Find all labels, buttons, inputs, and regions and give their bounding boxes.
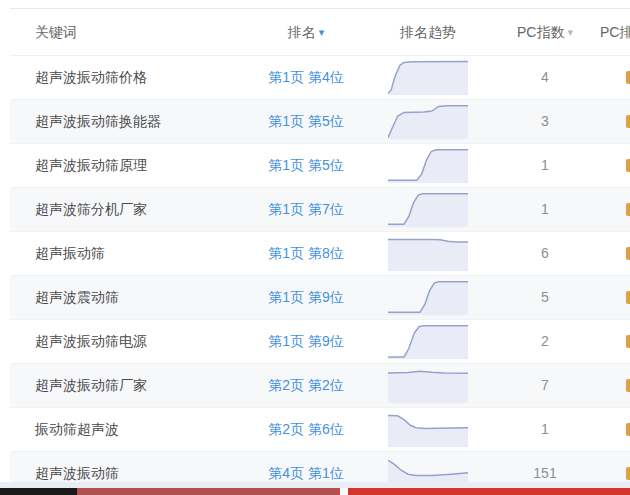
- pc-index-value: 6: [490, 232, 600, 275]
- column-header-trend-label: 排名趋势: [400, 24, 456, 40]
- trend-sparkline: [388, 280, 468, 315]
- pc-index-value: 3: [490, 100, 600, 143]
- action-badge-truncated[interactable]: [626, 203, 630, 216]
- table-row: 超声波振动筛价格 第1页 第4位 4: [10, 56, 630, 100]
- rank-link[interactable]: 第1页 第9位: [250, 320, 362, 363]
- column-header-pc-index[interactable]: PC指数▾: [490, 9, 600, 55]
- action-badge-truncated[interactable]: [626, 423, 630, 436]
- action-badge-truncated[interactable]: [626, 291, 630, 304]
- column-header-pc-rank-truncated: PC排: [600, 9, 630, 55]
- column-header-trend: 排名趋势: [388, 9, 468, 55]
- column-header-pc-index-label: PC指数: [517, 24, 564, 40]
- column-header-keyword: 关键词: [35, 9, 77, 55]
- rank-link[interactable]: 第2页 第2位: [250, 364, 362, 407]
- footer-bar-segment: [0, 488, 77, 495]
- table-row: 超声波振动筛原理 第1页 第5位 1: [10, 144, 630, 188]
- column-header-rank-label: 排名: [288, 24, 316, 40]
- pc-index-value: 1: [490, 408, 600, 451]
- table-row: 超声振动筛 第1页 第8位 6: [10, 232, 630, 276]
- keyword-cell: 超声波筛分机厂家: [35, 188, 147, 231]
- footer-bar-segment: [348, 488, 630, 495]
- table-row: 超声波振动筛电源 第1页 第9位 2: [10, 320, 630, 364]
- trend-sparkline: [388, 104, 468, 139]
- table-header-row: 关键词 排名▾ 排名趋势 PC指数▾ PC排: [10, 9, 630, 56]
- action-badge-truncated[interactable]: [626, 115, 630, 128]
- keyword-cell: 超声波振动筛厂家: [35, 364, 147, 407]
- pc-index-value: 5: [490, 276, 600, 319]
- pc-index-value: 2: [490, 320, 600, 363]
- table-row: 超声波震动筛 第1页 第9位 5: [10, 276, 630, 320]
- keyword-ranking-screen: 关键词 排名▾ 排名趋势 PC指数▾ PC排 超声波振动筛价格 第1页 第4位 …: [0, 0, 630, 495]
- table-row: 超声波筛分机厂家 第1页 第7位 1: [10, 188, 630, 232]
- sort-caret-down-icon[interactable]: ▾: [567, 26, 573, 38]
- action-badge-truncated[interactable]: [626, 467, 630, 480]
- trend-sparkline: [388, 148, 468, 183]
- footer-bar-segment: [77, 488, 340, 495]
- trend-sparkline: [388, 236, 468, 271]
- table-row: 超声波振动筛换能器 第1页 第5位 3: [10, 100, 630, 144]
- trend-sparkline: [388, 412, 468, 447]
- action-badge-truncated[interactable]: [626, 247, 630, 260]
- rank-link[interactable]: 第1页 第8位: [250, 232, 362, 275]
- keyword-cell: 超声波振动筛电源: [35, 320, 147, 363]
- pc-index-value: 7: [490, 364, 600, 407]
- rank-link[interactable]: 第1页 第5位: [250, 144, 362, 187]
- action-badge-truncated[interactable]: [626, 159, 630, 172]
- pc-index-value: 1: [490, 144, 600, 187]
- trend-sparkline: [388, 60, 468, 95]
- pc-index-value: 1: [490, 188, 600, 231]
- keyword-cell: 超声振动筛: [35, 232, 105, 275]
- rank-link[interactable]: 第1页 第7位: [250, 188, 362, 231]
- rank-link[interactable]: 第1页 第9位: [250, 276, 362, 319]
- keyword-cell: 超声波震动筛: [35, 276, 119, 319]
- action-badge-truncated[interactable]: [626, 335, 630, 348]
- trend-sparkline: [388, 368, 468, 403]
- table-row: 振动筛超声波 第2页 第6位 1: [10, 408, 630, 452]
- keyword-cell: 超声波振动筛换能器: [35, 100, 161, 143]
- column-header-rank[interactable]: 排名▾: [250, 9, 362, 55]
- table-body: 超声波振动筛价格 第1页 第4位 4 超声波振动筛换能器 第1页 第5位 3 超…: [10, 56, 630, 495]
- action-badge-truncated[interactable]: [626, 71, 630, 84]
- pc-index-value: 4: [490, 56, 600, 99]
- action-badge-truncated[interactable]: [626, 379, 630, 392]
- keyword-cell: 超声波振动筛价格: [35, 56, 147, 99]
- column-header-pc-rank-label: PC排: [600, 24, 630, 40]
- keyword-cell: 振动筛超声波: [35, 408, 119, 451]
- keyword-cell: 超声波振动筛原理: [35, 144, 147, 187]
- trend-sparkline: [388, 324, 468, 359]
- rank-link[interactable]: 第1页 第4位: [250, 56, 362, 99]
- rank-link[interactable]: 第2页 第6位: [250, 408, 362, 451]
- sort-caret-down-icon[interactable]: ▾: [319, 26, 325, 38]
- rank-link[interactable]: 第1页 第5位: [250, 100, 362, 143]
- trend-sparkline: [388, 192, 468, 227]
- column-header-keyword-label: 关键词: [35, 24, 77, 40]
- keyword-ranking-table: 关键词 排名▾ 排名趋势 PC指数▾ PC排 超声波振动筛价格 第1页 第4位 …: [10, 8, 630, 495]
- table-row: 超声波振动筛厂家 第2页 第2位 7: [10, 364, 630, 408]
